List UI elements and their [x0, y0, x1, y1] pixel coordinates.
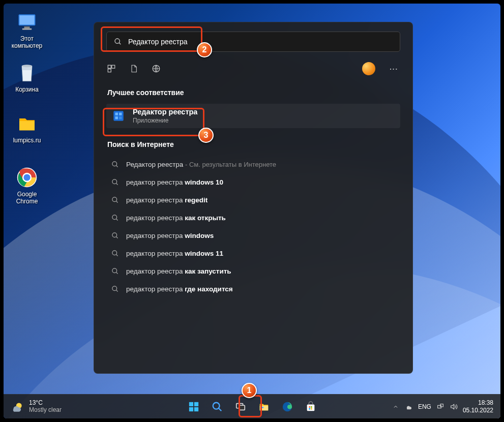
desktop-icon-label: Корзина [8, 86, 46, 93]
svg-rect-48 [261, 407, 263, 408]
svg-rect-53 [309, 408, 310, 409]
svg-rect-50 [307, 404, 314, 411]
svg-rect-20 [115, 116, 118, 119]
web-result[interactable]: Редактор реестра - См. результаты в Инте… [106, 156, 400, 173]
regedit-icon [111, 109, 126, 123]
svg-rect-46 [239, 405, 245, 410]
desktop: ЭтоткомпьютерКорзинаlumpics.ruGoogleChro… [4, 4, 500, 418]
pc-icon [16, 11, 38, 33]
svg-rect-42 [194, 407, 198, 411]
svg-rect-54 [311, 408, 312, 409]
weather-widget[interactable]: 13°C Mostly clear [4, 400, 62, 414]
search-icon [111, 250, 119, 257]
svg-rect-40 [194, 402, 198, 406]
svg-line-27 [116, 201, 117, 202]
svg-rect-47 [259, 406, 268, 410]
svg-rect-3 [22, 28, 32, 30]
user-avatar[interactable] [362, 62, 375, 75]
filter-web-icon[interactable] [151, 64, 161, 74]
desktop-icon-pc[interactable]: Этоткомпьютер [8, 11, 46, 49]
desktop-icon-chrome[interactable]: GoogleChrome [8, 166, 46, 205]
taskbar: 13°C Mostly clear [4, 394, 500, 418]
web-result-text: редактор реестра regedit [126, 196, 207, 204]
folder-icon [16, 112, 38, 135]
search-icon [111, 178, 119, 186]
best-match-result[interactable]: Редактор реестра Приложение [106, 104, 400, 128]
search-box[interactable] [106, 32, 400, 52]
search-icon [111, 196, 119, 204]
filter-documents-icon[interactable] [129, 64, 139, 74]
store-button[interactable] [301, 397, 321, 417]
filter-apps-icon[interactable] [106, 64, 116, 74]
web-search-heading: Поиск в Интернете [107, 140, 400, 148]
web-result[interactable]: редактор реестра windows 10 [106, 173, 400, 191]
chrome-icon [16, 166, 38, 189]
search-icon [111, 161, 119, 168]
taskbar-search-button[interactable] [207, 397, 227, 417]
explorer-button[interactable] [254, 397, 274, 417]
web-result[interactable]: редактор реестра windows 11 [106, 245, 400, 262]
svg-rect-52 [311, 406, 312, 408]
web-result[interactable]: редактор реестра regedit [106, 191, 400, 209]
tray-chevron-icon[interactable] [392, 403, 400, 411]
svg-point-43 [213, 402, 219, 409]
web-result[interactable]: редактор реестра где находится [106, 280, 400, 298]
svg-rect-41 [189, 407, 193, 411]
svg-line-44 [218, 408, 221, 411]
svg-line-33 [116, 254, 117, 256]
web-result[interactable]: редактор реестра как открыть [106, 209, 400, 227]
svg-point-32 [112, 251, 117, 255]
svg-rect-18 [115, 113, 118, 115]
svg-point-11 [115, 39, 120, 43]
web-result[interactable]: редактор реестра как запустить [106, 262, 400, 280]
web-result-text: редактор реестра windows 11 [126, 250, 223, 257]
svg-point-34 [112, 268, 117, 273]
svg-rect-19 [119, 113, 122, 115]
start-button[interactable] [184, 397, 204, 417]
task-view-button[interactable] [230, 397, 251, 417]
clock[interactable]: 18:38 05.10.2022 [463, 399, 493, 414]
search-icon [114, 38, 122, 46]
search-icon [111, 267, 119, 275]
best-match-title: Редактор реестра [133, 108, 197, 116]
edge-button[interactable] [277, 397, 298, 417]
system-tray: ENG 18:38 05.10.2022 [392, 399, 500, 414]
svg-line-29 [116, 219, 117, 220]
svg-rect-15 [108, 69, 111, 72]
svg-line-35 [116, 272, 117, 274]
web-result-text: редактор реестра windows [126, 232, 214, 239]
more-button[interactable]: ··· [388, 65, 400, 73]
svg-line-31 [116, 236, 117, 238]
desktop-icon-folder[interactable]: lumpics.ru [8, 112, 46, 144]
svg-rect-2 [24, 26, 30, 28]
svg-line-12 [119, 43, 121, 44]
clock-time: 18:38 [463, 399, 493, 406]
volume-icon[interactable] [450, 403, 458, 411]
web-result[interactable]: редактор реестра windows [106, 227, 400, 245]
network-icon[interactable] [436, 403, 444, 411]
search-panel: ··· Лучшее соответствие Редактор реестра… [94, 22, 413, 374]
best-match-subtitle: Приложение [133, 117, 197, 124]
search-input[interactable] [128, 38, 393, 46]
web-result-text: редактор реестра windows 10 [126, 178, 223, 186]
weather-temp: 13°C [29, 400, 62, 407]
svg-rect-21 [119, 116, 122, 119]
search-icon [111, 285, 119, 293]
desktop-icon-label: lumpics.ru [8, 137, 46, 144]
svg-point-28 [112, 215, 117, 220]
web-result-text: Редактор реестра - См. результаты в Инте… [126, 161, 276, 168]
svg-rect-13 [108, 65, 111, 68]
language-indicator[interactable]: ENG [418, 403, 431, 410]
weather-icon [11, 400, 24, 413]
svg-rect-5 [19, 121, 35, 130]
svg-point-22 [112, 162, 117, 166]
svg-rect-51 [309, 406, 310, 408]
svg-rect-17 [113, 111, 124, 121]
svg-line-23 [116, 165, 117, 167]
desktop-icon-label: Этоткомпьютер [8, 35, 46, 49]
svg-point-9 [24, 174, 30, 180]
search-icon [111, 232, 119, 239]
onedrive-icon[interactable] [405, 403, 413, 411]
desktop-icon-bin[interactable]: Корзина [8, 62, 46, 93]
bin-icon [16, 62, 38, 84]
